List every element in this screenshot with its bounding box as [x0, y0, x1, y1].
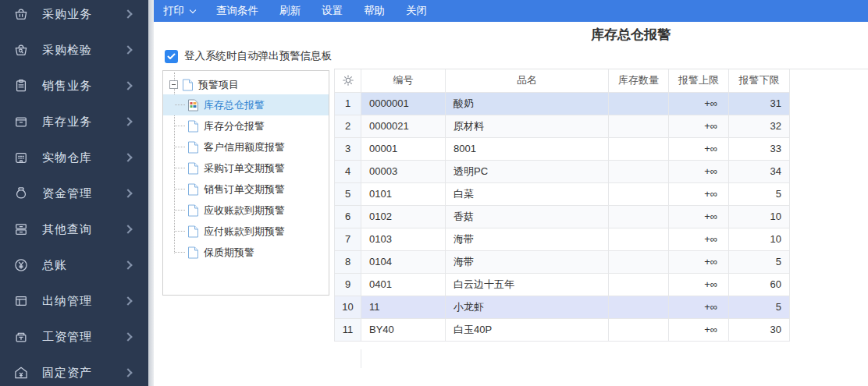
- cell-qty[interactable]: [609, 182, 669, 205]
- cell-qty[interactable]: [609, 228, 669, 250]
- sidebar-item-cashier-management[interactable]: 出纳管理: [0, 283, 148, 319]
- query-conditions-button[interactable]: 查询条件: [216, 4, 258, 18]
- tree-root-warning-items[interactable]: 预警项目: [163, 75, 329, 94]
- header-upper[interactable]: 报警上限: [669, 69, 729, 92]
- cell-name[interactable]: 海带: [446, 250, 609, 273]
- print-button[interactable]: 打印: [163, 4, 195, 18]
- settings-button[interactable]: 设置: [322, 4, 343, 18]
- header-lower[interactable]: 报警下限: [729, 69, 790, 92]
- cell-qty[interactable]: [609, 137, 669, 160]
- tree-item-sales-order-due-warning[interactable]: 销售订单交期预警: [163, 179, 329, 200]
- cell-name[interactable]: 海带: [446, 228, 609, 250]
- cell-qty[interactable]: [609, 318, 669, 341]
- cell-name[interactable]: 8001: [446, 137, 609, 160]
- table-row[interactable]: 11BY40白玉40P+∞30: [335, 318, 790, 341]
- header-name[interactable]: 品名: [446, 69, 609, 92]
- cell-lower[interactable]: 30: [729, 318, 790, 341]
- cell-lower[interactable]: 31: [729, 92, 790, 115]
- cell-code[interactable]: 0104: [361, 250, 446, 273]
- cell-upper[interactable]: +∞: [669, 182, 729, 205]
- cell-qty[interactable]: [609, 205, 669, 228]
- cell-code[interactable]: 0103: [361, 228, 446, 250]
- cell-qty[interactable]: [609, 250, 669, 273]
- refresh-button[interactable]: 刷新: [279, 4, 301, 18]
- close-button[interactable]: 关闭: [406, 4, 427, 18]
- sidebar-item-general-ledger[interactable]: 总账: [0, 247, 148, 283]
- sidebar-item-purchase-inspection[interactable]: 采购检验: [0, 32, 148, 68]
- cell-code[interactable]: 0401: [361, 273, 446, 296]
- table-row[interactable]: 400003透明PC+∞34: [335, 160, 790, 182]
- cell-code[interactable]: 0101: [361, 182, 446, 205]
- table-row[interactable]: 20000021原材料+∞32: [335, 115, 790, 137]
- tree-item-shelf-life-warning[interactable]: 保质期预警: [163, 242, 329, 263]
- cell-upper[interactable]: +∞: [669, 250, 729, 273]
- cell-lower[interactable]: 10: [729, 228, 790, 250]
- cell-name[interactable]: 小龙虾: [446, 296, 609, 318]
- cell-code[interactable]: 00003: [361, 160, 446, 182]
- cell-code[interactable]: BY40: [361, 318, 446, 341]
- table-row[interactable]: 90401白云边十五年+∞60: [335, 273, 790, 296]
- cell-lower[interactable]: 10: [729, 205, 790, 228]
- cell-code[interactable]: 11: [361, 296, 446, 318]
- tree-item-customer-credit-alarm[interactable]: 客户信用额度报警: [163, 136, 329, 158]
- table-row[interactable]: 1011小龙虾+∞5: [335, 296, 790, 318]
- table-row[interactable]: 80104海带+∞5: [335, 250, 790, 273]
- cell-upper[interactable]: +∞: [669, 273, 729, 296]
- cell-lower[interactable]: 34: [729, 160, 790, 182]
- cell-name[interactable]: 白玉40P: [446, 318, 609, 341]
- tree-item-receivables-due-warning[interactable]: 应收账款到期预警: [163, 200, 329, 221]
- sidebar-item-other-queries[interactable]: 其他查询: [0, 211, 148, 247]
- sidebar-item-sales-business[interactable]: 销售业务: [0, 68, 148, 104]
- cell-upper[interactable]: +∞: [669, 228, 729, 250]
- cell-lower[interactable]: 5: [729, 296, 790, 318]
- cell-name[interactable]: 酸奶: [446, 92, 609, 115]
- tree-item-sub-warehouse-alarm[interactable]: 库存分仓报警: [163, 115, 329, 136]
- cell-upper[interactable]: +∞: [669, 115, 729, 137]
- header-qty[interactable]: 库存数量: [609, 69, 669, 92]
- sidebar-item-fund-management[interactable]: 资金管理: [0, 175, 148, 211]
- cell-name[interactable]: 白菜: [446, 182, 609, 205]
- cell-qty[interactable]: [609, 160, 669, 182]
- cell-name[interactable]: 白云边十五年: [446, 273, 609, 296]
- table-row[interactable]: 60102香菇+∞10: [335, 205, 790, 228]
- help-button[interactable]: 帮助: [364, 4, 385, 18]
- cell-name[interactable]: 透明PC: [446, 160, 609, 182]
- cell-upper[interactable]: +∞: [669, 92, 729, 115]
- cell-qty[interactable]: [609, 92, 669, 115]
- collapse-icon[interactable]: [169, 80, 178, 89]
- sidebar-item-fixed-assets[interactable]: 固定资产: [0, 355, 148, 386]
- tree-item-main-warehouse-alarm[interactable]: 库存总仓报警: [163, 94, 329, 115]
- sidebar-item-salary-management[interactable]: 工资管理: [0, 319, 148, 355]
- cell-upper[interactable]: +∞: [669, 160, 729, 182]
- column-settings-button[interactable]: [335, 69, 361, 92]
- table-row[interactable]: 50101白菜+∞5: [335, 182, 790, 205]
- auto-popup-checkbox[interactable]: [165, 50, 178, 63]
- cell-code[interactable]: 0000021: [361, 115, 446, 137]
- sidebar-item-physical-warehouse[interactable]: 实物仓库: [0, 140, 148, 175]
- cell-qty[interactable]: [609, 273, 669, 296]
- cell-lower[interactable]: 60: [729, 273, 790, 296]
- cell-qty[interactable]: [609, 296, 669, 318]
- table-row[interactable]: 70103海带+∞10: [335, 228, 790, 250]
- sidebar-item-purchase-business[interactable]: 采购业务: [0, 0, 148, 32]
- cell-lower[interactable]: 5: [729, 250, 790, 273]
- cell-lower[interactable]: 5: [729, 182, 790, 205]
- header-code[interactable]: 编号: [361, 69, 446, 92]
- cell-code[interactable]: 00001: [361, 137, 446, 160]
- cell-code[interactable]: 0102: [361, 205, 446, 228]
- cell-lower[interactable]: 33: [729, 137, 790, 160]
- sidebar-item-inventory-business[interactable]: 库存业务: [0, 104, 148, 140]
- cell-upper[interactable]: +∞: [669, 318, 729, 341]
- cell-name[interactable]: 香菇: [446, 205, 609, 228]
- table-row[interactable]: 10000001酸奶+∞31: [335, 92, 790, 115]
- cell-upper[interactable]: +∞: [669, 296, 729, 318]
- table-row[interactable]: 3000018001+∞33: [335, 137, 790, 160]
- cell-lower[interactable]: 32: [729, 115, 790, 137]
- cell-upper[interactable]: +∞: [669, 137, 729, 160]
- cell-upper[interactable]: +∞: [669, 205, 729, 228]
- cell-name[interactable]: 原材料: [446, 115, 609, 137]
- cell-qty[interactable]: [609, 115, 669, 137]
- cell-code[interactable]: 0000001: [361, 92, 446, 115]
- tree-item-purchase-order-due-warning[interactable]: 采购订单交期预警: [163, 158, 329, 179]
- tree-item-payables-due-warning[interactable]: 应付账款到期预警: [163, 221, 329, 242]
